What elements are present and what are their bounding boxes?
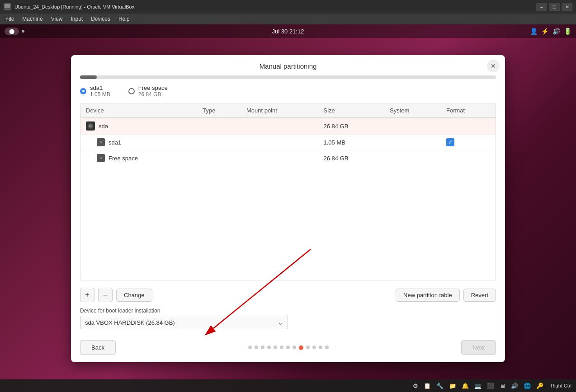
revert-button[interactable]: Revert: [463, 289, 496, 302]
modal-title: Manual partitioning: [260, 62, 317, 70]
bootloader-select[interactable]: sda VBOX HARDDISK (26.84 GB) ⌄: [80, 316, 288, 329]
nav-dots: [116, 342, 461, 354]
menu-file[interactable]: File: [2, 15, 18, 23]
cell-format-sda: [441, 118, 496, 135]
disk-icon-freespace: [97, 154, 105, 162]
modal-header: Manual partitioning ✕: [71, 55, 505, 75]
cell-mount-freespace: [241, 150, 318, 166]
remove-partition-button[interactable]: –: [98, 288, 113, 302]
nav-dot-9-active: [299, 345, 303, 350]
cell-system-sda: [384, 118, 441, 135]
add-partition-button[interactable]: +: [80, 288, 94, 302]
col-size: Size: [318, 103, 385, 118]
nav-dot-3: [261, 345, 264, 349]
cell-system-sda1: [384, 135, 441, 150]
table-header-row: Device Type Mount point Size System Form…: [80, 103, 496, 118]
disk-icon-sda: [86, 121, 95, 131]
nav-dot-10: [306, 345, 310, 349]
datetime: Jul 30 21:12: [272, 28, 304, 35]
partition-item-freespace: Free space 26.84 GB: [128, 84, 168, 98]
device-name-sda: sda: [99, 123, 108, 130]
cell-type-freespace: [197, 150, 241, 166]
partition-table-container: Device Type Mount point Size System Form…: [80, 103, 496, 280]
new-partition-table-button[interactable]: New partition table: [396, 289, 460, 302]
menu-help[interactable]: Help: [115, 15, 133, 23]
svg-point-8: [100, 142, 101, 143]
nav-dot-6: [280, 345, 283, 349]
svg-rect-2: [6, 9, 9, 9]
table-body: sda 26.84 GB: [80, 118, 496, 166]
menubar: File Machine View Input Devices Help: [0, 14, 576, 24]
partition-visual-bar: [80, 75, 496, 79]
cell-mount-sda1: [241, 135, 318, 150]
tray-icon-7: ⬛: [485, 382, 496, 390]
menu-machine[interactable]: Machine: [19, 15, 46, 23]
tray-icon-1: ⚙: [411, 382, 420, 390]
minimize-button[interactable]: –: [536, 3, 547, 11]
tray-icon-10: 🌐: [522, 382, 533, 390]
svg-point-5: [90, 126, 91, 126]
partition-item-sda1: sda1 1.05 MB: [80, 84, 110, 98]
col-format: Format: [441, 103, 496, 118]
nav-dot-4: [267, 345, 271, 349]
nav-dot-12: [319, 345, 322, 349]
app-icon: [4, 3, 11, 10]
bootloader-dropdown-arrow: ⌄: [278, 319, 283, 326]
cell-size-sda1: 1.05 MB: [318, 135, 385, 150]
table-row[interactable]: Free space 26.84 GB: [80, 150, 496, 166]
desktop: Manual partitioning ✕ sda1 1.05 MB: [0, 38, 576, 379]
modal-bottom-nav: Back: [71, 336, 505, 362]
nav-spacer: [116, 342, 461, 354]
taskbar-pill: ⬤: [5, 28, 19, 35]
partition-bar-fill: [80, 75, 97, 79]
bootloader-section: Device for boot loader installation sda …: [80, 308, 288, 329]
partition-summary: sda1 1.05 MB Free space 26.84 GB: [80, 84, 496, 98]
partition-info-freespace: Free space 26.84 GB: [138, 84, 168, 98]
tray-icon-11: 🔑: [534, 382, 545, 390]
back-button[interactable]: Back: [80, 340, 116, 355]
menu-devices[interactable]: Devices: [87, 15, 114, 23]
cell-type-sda1: [197, 135, 241, 150]
modal-close-button[interactable]: ✕: [487, 60, 500, 72]
device-name-freespace: Free space: [109, 155, 138, 162]
menu-input[interactable]: Input: [67, 15, 87, 23]
cell-device-freespace: Free space: [80, 150, 197, 166]
right-ctrl-label: Right Ctrl: [551, 383, 571, 388]
partition-size-sda1: 1.05 MB: [90, 91, 110, 98]
cell-type-sda: [197, 118, 241, 135]
partition-name-sda1: sda1: [90, 84, 110, 91]
partition-name-freespace: Free space: [138, 84, 168, 91]
maximize-button[interactable]: □: [549, 3, 560, 11]
tray-icon-5: 🔔: [460, 382, 471, 390]
format-checkbox-sda1[interactable]: ✓: [446, 138, 454, 146]
tray-icon-8: 🖥: [498, 382, 507, 390]
svg-rect-1: [5, 4, 10, 8]
tray-icon-6: 💻: [472, 382, 483, 390]
table-row[interactable]: sda 26.84 GB: [80, 118, 496, 135]
close-button[interactable]: ✕: [562, 3, 572, 11]
change-button[interactable]: Change: [116, 289, 152, 302]
tray-icon-9: 🔊: [509, 382, 520, 390]
battery-icon: 🔋: [564, 28, 571, 35]
table-row[interactable]: sda1 1.05 MB ✓: [80, 135, 496, 150]
cell-size-sda: 26.84 GB: [318, 118, 385, 135]
nav-dot-1: [248, 345, 252, 349]
modal-footer: + – Change New partition table Revert De…: [71, 280, 505, 336]
nav-dot-5: [274, 345, 277, 349]
modal-overlay: Manual partitioning ✕ sda1 1.05 MB: [0, 38, 576, 379]
cell-mount-sda: [241, 118, 318, 135]
cell-size-freespace: 26.84 GB: [318, 150, 385, 166]
partition-radio-sda1[interactable]: [80, 88, 86, 94]
partition-radio-freespace[interactable]: [128, 88, 135, 94]
svg-point-11: [100, 158, 101, 159]
taskbar-right: 👤 ⚡ 🔊 🔋: [530, 28, 571, 35]
next-button[interactable]: Next: [461, 340, 496, 355]
modal-dialog: Manual partitioning ✕ sda1 1.05 MB: [71, 55, 505, 362]
menu-view[interactable]: View: [47, 15, 66, 23]
cell-format-sda1: ✓: [441, 135, 496, 150]
taskbar-left: ⬤: [5, 28, 24, 35]
taskbar-top: ⬤ Jul 30 21:12 👤 ⚡ 🔊 🔋: [0, 24, 576, 38]
system-tray: ⚙ 📋 🔧 📁 🔔 💻 ⬛ 🖥 🔊 🌐 🔑 Right Ctrl: [0, 379, 576, 392]
user-icon: 👤: [530, 28, 538, 35]
col-mount: Mount point: [241, 103, 318, 118]
